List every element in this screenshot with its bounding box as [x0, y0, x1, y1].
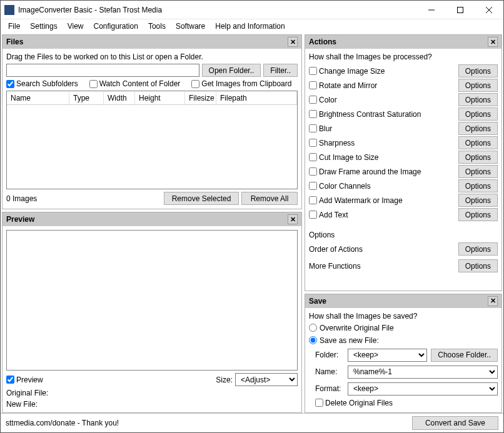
- image-count: 0 Images: [6, 194, 161, 203]
- actions-panel-close-icon[interactable]: ✕: [488, 37, 498, 47]
- delete-originals-checkbox[interactable]: Delete Original Files: [315, 399, 393, 407]
- name-label: Name:: [309, 367, 344, 376]
- convert-and-save-button[interactable]: Convert and Save: [412, 416, 498, 430]
- action-checkbox-10[interactable]: Add Text: [309, 211, 455, 219]
- save-panel-title: Save: [309, 297, 326, 306]
- action-checkbox-2[interactable]: Color: [309, 96, 455, 104]
- name-select[interactable]: %name%-1: [348, 366, 498, 379]
- action-checkbox-0[interactable]: Change Image Size: [309, 67, 455, 76]
- col-name[interactable]: Name: [7, 92, 69, 104]
- action-options-button-5[interactable]: Options: [458, 136, 498, 149]
- save-as-new-radio[interactable]: Save as new File:: [309, 336, 498, 346]
- action-checkbox-1[interactable]: Rotate and Mirror: [309, 81, 455, 90]
- files-panel: Files ✕ Drag the Files to be worked on t…: [2, 34, 302, 209]
- size-label: Size:: [216, 376, 233, 384]
- preview-checkbox[interactable]: Preview: [6, 376, 213, 384]
- remove-selected-button[interactable]: Remove Selected: [164, 192, 239, 205]
- save-panel: Save ✕ How shall the Images be saved? Ov…: [305, 294, 502, 414]
- col-filesize[interactable]: Filesize: [185, 92, 216, 104]
- action-checkbox-4[interactable]: Blur: [309, 124, 455, 133]
- action-checkbox-9[interactable]: Add Watermark or Image: [309, 196, 455, 205]
- new-file-label: New File:: [6, 400, 298, 409]
- col-filepath[interactable]: Filepath: [216, 92, 297, 104]
- menu-help[interactable]: Help and Information: [211, 21, 288, 32]
- menu-view[interactable]: View: [64, 21, 88, 32]
- menubar: File Settings View Configuration Tools S…: [1, 19, 503, 34]
- action-options-button-2[interactable]: Options: [458, 93, 498, 106]
- action-options-button-4[interactable]: Options: [458, 122, 498, 135]
- preview-panel-close-icon[interactable]: ✕: [288, 214, 298, 224]
- menu-configuration[interactable]: Configuration: [90, 21, 142, 32]
- window-title: ImageConverter Basic - Stefan Trost Medi…: [18, 6, 417, 14]
- col-height[interactable]: Height: [135, 92, 185, 104]
- action-options-button-9[interactable]: Options: [458, 194, 498, 207]
- maximize-button[interactable]: [446, 1, 475, 19]
- search-subfolders-checkbox[interactable]: Search Subfolders: [6, 79, 78, 88]
- order-of-actions-label: Order of Actions: [309, 245, 455, 254]
- svg-rect-1: [458, 7, 463, 12]
- options-section-label: Options: [309, 231, 498, 239]
- menu-file[interactable]: File: [4, 21, 24, 32]
- save-panel-close-icon[interactable]: ✕: [488, 296, 498, 306]
- size-select[interactable]: <Adjust>: [235, 373, 298, 386]
- action-options-button-1[interactable]: Options: [458, 79, 498, 92]
- files-hint: Drag the Files to be worked on to this L…: [6, 52, 298, 61]
- menu-settings[interactable]: Settings: [26, 21, 61, 32]
- close-button[interactable]: [475, 1, 503, 19]
- status-text: sttmedia.com/donate - Thank you!: [6, 419, 412, 427]
- action-options-button-3[interactable]: Options: [458, 107, 498, 121]
- action-options-button-8[interactable]: Options: [458, 179, 498, 192]
- action-checkbox-8[interactable]: Color Channels: [309, 182, 455, 191]
- preview-panel: Preview ✕ Preview Size: <Adjust> Origina…: [2, 212, 302, 413]
- titlebar: ImageConverter Basic - Stefan Trost Medi…: [1, 1, 503, 19]
- action-options-button-6[interactable]: Options: [458, 151, 498, 164]
- action-options-button-10[interactable]: Options: [458, 208, 498, 221]
- actions-question: How shall the Images be processed?: [309, 52, 498, 61]
- minimize-button[interactable]: [417, 1, 446, 19]
- action-options-button-0[interactable]: Options: [458, 64, 498, 77]
- col-type[interactable]: Type: [69, 92, 104, 104]
- format-select[interactable]: <keep>: [348, 382, 498, 396]
- overwrite-radio[interactable]: Overwrite Original File: [309, 323, 498, 333]
- action-checkbox-6[interactable]: Cut Image to Size: [309, 153, 455, 162]
- more-options-button[interactable]: Options: [458, 259, 498, 272]
- menu-software[interactable]: Software: [172, 21, 209, 32]
- more-functions-label: More Functions: [309, 262, 455, 271]
- action-checkbox-7[interactable]: Draw Frame around the Image: [309, 167, 455, 176]
- action-options-button-7[interactable]: Options: [458, 165, 498, 178]
- action-checkbox-5[interactable]: Sharpness: [309, 139, 455, 147]
- preview-canvas: [6, 230, 298, 371]
- order-options-button[interactable]: Options: [458, 242, 498, 256]
- save-question: How shall the Images be saved?: [309, 312, 498, 321]
- format-label: Format:: [309, 384, 344, 393]
- files-table[interactable]: Name Type Width Height Filesize Filepath: [6, 91, 298, 189]
- original-file-label: Original File:: [6, 389, 298, 397]
- preview-panel-title: Preview: [6, 215, 34, 224]
- open-folder-button[interactable]: Open Folder..: [202, 64, 261, 77]
- watch-folder-checkbox[interactable]: Watch Content of Folder: [89, 79, 181, 88]
- actions-panel-title: Actions: [309, 37, 336, 46]
- clipboard-checkbox[interactable]: Get Images from Clipboard: [191, 79, 291, 88]
- action-checkbox-3[interactable]: Brightness Contrast Saturation: [309, 110, 455, 119]
- choose-folder-button[interactable]: Choose Folder..: [431, 349, 498, 362]
- folder-select[interactable]: <keep>: [348, 349, 427, 362]
- filter-button[interactable]: Filter..: [263, 64, 298, 77]
- menu-tools[interactable]: Tools: [144, 21, 169, 32]
- files-panel-title: Files: [6, 37, 23, 46]
- remove-all-button[interactable]: Remove All: [241, 192, 298, 205]
- app-icon: [4, 5, 14, 15]
- files-panel-close-icon[interactable]: ✕: [288, 37, 298, 47]
- statusbar: sttmedia.com/donate - Thank you! Convert…: [1, 413, 503, 432]
- col-width[interactable]: Width: [104, 92, 135, 104]
- folder-path-input[interactable]: [6, 64, 199, 77]
- actions-panel: Actions ✕ How shall the Images be proces…: [305, 34, 502, 291]
- folder-label: Folder:: [309, 351, 344, 359]
